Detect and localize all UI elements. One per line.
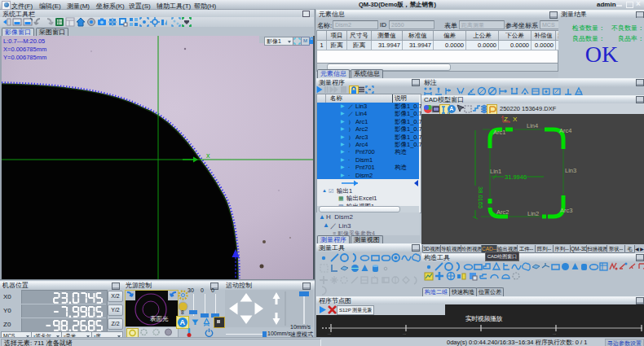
svg-text:Arc4: Arc4 <box>559 127 571 134</box>
svg-text:Arc2: Arc2 <box>496 208 509 216</box>
svg-text:X: X <box>513 116 518 123</box>
svg-text:...: ... <box>553 331 556 335</box>
svg-text:Lin4: Lin4 <box>527 122 538 129</box>
svg-text:Arc1: Arc1 <box>493 129 505 136</box>
svg-text:Y=0.006785mm: Y=0.006785mm <box>3 54 46 61</box>
svg-text:表面光: 表面光 <box>150 315 169 322</box>
svg-text:...: ... <box>328 331 331 335</box>
svg-text:Arc3: Arc3 <box>560 207 572 214</box>
svg-text:31.9946: 31.9946 <box>505 173 527 181</box>
svg-text:Lin2: Lin2 <box>527 210 539 217</box>
svg-text:x: x <box>206 151 210 160</box>
svg-text:L:0.7---M:20.05: L:0.7---M:20.05 <box>3 37 45 45</box>
svg-text:X=0.006785mm: X=0.006785mm <box>3 46 46 53</box>
svg-text:Lin1: Lin1 <box>490 168 501 175</box>
svg-text:Lin3: Lin3 <box>565 167 576 174</box>
svg-text:...: ... <box>403 331 406 335</box>
svg-text:38.0165: 38.0165 <box>477 186 484 208</box>
svg-text:A: A <box>180 318 186 326</box>
